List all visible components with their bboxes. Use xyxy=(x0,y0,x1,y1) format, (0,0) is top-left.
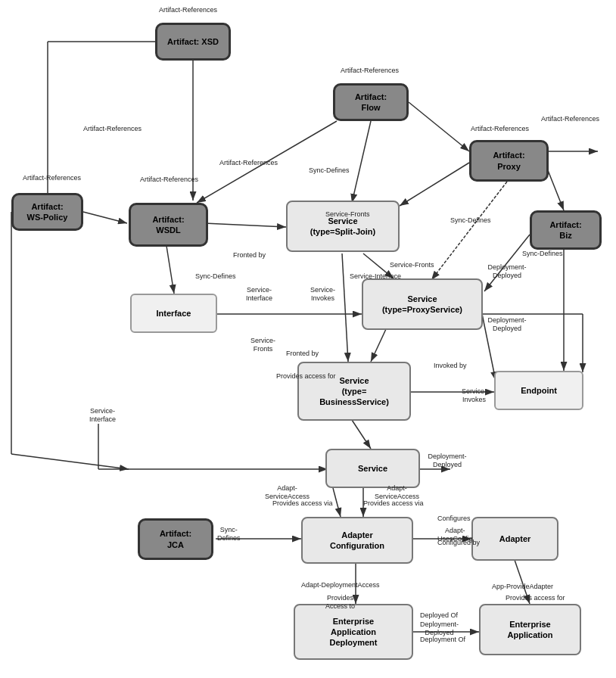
label-service-fronts-1: Service-Fronts xyxy=(325,210,370,219)
node-service: Service xyxy=(325,449,420,488)
svg-line-30 xyxy=(333,488,341,517)
label-artifact-ref-5: Artifact-References xyxy=(83,125,142,133)
node-adapter: Adapter xyxy=(471,517,558,561)
label-provides-access-via-1: Provides access via xyxy=(272,499,333,508)
label-artifact-ref-2: Artifact-References xyxy=(341,67,399,75)
label-artifact-ref-4: Artifact-References xyxy=(541,115,599,123)
label-artifact-ref-1: Artifact-References xyxy=(159,6,217,14)
label-deployment-of: Deployment Of xyxy=(420,636,465,644)
svg-line-9 xyxy=(83,212,127,223)
label-adapt-deployment-access: Adapt-DeploymentAccess xyxy=(301,581,380,589)
label-sync-defines-3: Sync-Defines xyxy=(522,250,563,258)
label-adapt-serviceaccess-2: Adapt-ServiceAccess xyxy=(375,484,419,501)
diagram-svg xyxy=(0,0,616,678)
node-xsd: Artifact: XSD xyxy=(155,23,231,61)
svg-line-21 xyxy=(371,329,386,362)
label-invoked-by: Invoked by xyxy=(434,362,467,370)
node-adapter-config: AdapterConfiguration xyxy=(301,517,413,564)
label-sync-defines-1: Sync-Defines xyxy=(309,166,350,175)
label-provides-access-via-2: Provides access via xyxy=(363,499,424,508)
label-app-provide-adapter: App-ProvideAdapter xyxy=(492,583,553,591)
node-enterprise-app: EnterpriseApplication xyxy=(479,604,581,655)
label-adapt-serviceaccess-1: Adapt-ServiceAccess xyxy=(265,484,310,501)
node-endpoint: Endpoint xyxy=(494,371,583,410)
label-sync-defines-2: Sync-Defines xyxy=(450,216,491,225)
node-interface: Interface xyxy=(130,294,217,333)
svg-line-10 xyxy=(204,223,286,227)
node-proxy-artifact: Artifact:Proxy xyxy=(469,140,549,182)
label-service-fronts-3: Service-Fronts xyxy=(242,337,284,353)
node-ws-policy: Artifact:WS-Policy xyxy=(11,193,83,231)
label-deployment-deployed-1: Deployment-Deployed xyxy=(484,263,530,280)
svg-line-15 xyxy=(11,454,129,469)
node-service-splitjoin: Service(type=Split-Join) xyxy=(286,201,400,252)
label-deployment-deployed-3: Deployment-Deployed xyxy=(421,453,474,469)
label-provides-access-to: ProvidesAccess to xyxy=(325,594,355,611)
label-configured-by: Configured by xyxy=(437,539,480,547)
label-service-invokes-2: Service-Invokes xyxy=(462,387,487,404)
node-flow: Artifact:Flow xyxy=(333,83,409,121)
diagram-container: Artifact: XSD Artifact:Flow Artifact:Pro… xyxy=(0,0,616,678)
label-deployment-deployed-4: Deployment-Deployed xyxy=(420,620,459,637)
label-sync-defines-4: Sync-Defines xyxy=(195,272,236,281)
label-artifact-ref-6: Artifact-References xyxy=(219,159,278,167)
label-service-interface-3: Service-Interface xyxy=(89,407,116,424)
label-sync-defines-5: Sync-Defines xyxy=(217,526,241,543)
label-provides-access-for-1: Provides access for xyxy=(276,372,336,381)
svg-line-26 xyxy=(352,420,371,449)
label-fronted-by-1: Fronted by xyxy=(233,251,266,260)
label-artifact-ref-3: Artifact-References xyxy=(471,125,529,133)
svg-line-17 xyxy=(342,253,348,362)
label-provides-access-for-2: Provides access for xyxy=(506,594,565,602)
node-jca: Artifact:JCA xyxy=(138,518,213,560)
label-artifact-ref-8: Artifact-References xyxy=(140,176,198,184)
label-fronted-by-2: Fronted by xyxy=(286,350,319,358)
label-service-invokes-1: Service-Invokes xyxy=(310,286,335,303)
label-deployed-of: Deployed Of xyxy=(420,611,458,620)
svg-line-3 xyxy=(409,102,469,151)
svg-line-4 xyxy=(352,121,371,203)
node-ead: EnterpriseApplicationDeployment xyxy=(294,604,413,660)
svg-line-6 xyxy=(400,163,469,206)
label-service-interface-2: Service-Interface xyxy=(350,272,401,281)
node-service-business: Service(type=BusinessService) xyxy=(297,362,411,421)
svg-line-11 xyxy=(166,246,174,294)
label-service-fronts-2: Service-Fronts xyxy=(390,261,434,269)
label-deployment-deployed-2: Deployment-Deployed xyxy=(484,316,530,333)
node-wsdl: Artifact:WSDL xyxy=(129,203,208,247)
node-service-proxy: Service(type=ProxyService) xyxy=(362,278,483,330)
node-biz: Artifact:Biz xyxy=(530,210,602,250)
label-artifact-ref-7: Artifact-References xyxy=(23,174,81,182)
label-service-interface-1: Service-Interface xyxy=(246,286,272,303)
label-configures: Configures xyxy=(437,515,471,523)
